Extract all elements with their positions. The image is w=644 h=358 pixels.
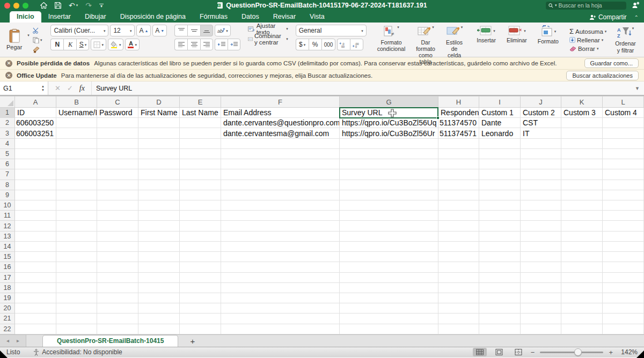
cell-L6[interactable] — [603, 159, 644, 169]
cell-C7[interactable] — [97, 169, 138, 180]
cell-G18[interactable] — [340, 283, 438, 293]
paste-button[interactable]: Pegar — [3, 28, 25, 51]
cell-K19[interactable] — [561, 293, 603, 303]
cell-G19[interactable] — [340, 293, 438, 303]
cell-D19[interactable] — [138, 293, 180, 303]
cell-B12[interactable] — [56, 221, 97, 231]
cell-C22[interactable] — [97, 324, 138, 334]
cell-F13[interactable] — [221, 232, 340, 242]
cell-D4[interactable] — [138, 139, 180, 149]
share-button[interactable]: Compartir — [589, 13, 627, 21]
cell-J17[interactable] — [521, 273, 561, 283]
cell-B21[interactable] — [56, 314, 97, 324]
row-header-20[interactable]: 20 — [0, 303, 15, 314]
cell-G14[interactable] — [340, 242, 438, 252]
cell-G5[interactable] — [340, 149, 438, 159]
copy-button[interactable]: ▾ — [32, 36, 43, 44]
cell-J7[interactable] — [521, 169, 561, 180]
align-top-button[interactable] — [174, 25, 187, 36]
cell-K2[interactable] — [561, 118, 603, 128]
cell-I10[interactable] — [479, 200, 521, 211]
cell-F22[interactable] — [221, 324, 340, 334]
cell-I17[interactable] — [479, 273, 521, 283]
cell-C20[interactable] — [97, 303, 138, 314]
sort-filter-caret-icon[interactable]: ▾ — [632, 26, 634, 30]
cell-E9[interactable] — [180, 190, 221, 200]
cell-I12[interactable] — [479, 221, 521, 231]
cell-F5[interactable] — [221, 149, 340, 159]
cell-L7[interactable] — [603, 169, 644, 180]
tab-formulas[interactable]: Fórmulas — [193, 11, 235, 23]
confirm-entry-icon[interactable]: ✓ — [67, 84, 73, 92]
cell-B19[interactable] — [56, 293, 97, 303]
cell-A16[interactable] — [15, 262, 56, 272]
minimize-window-button[interactable] — [13, 3, 19, 9]
cell-A5[interactable] — [15, 149, 56, 159]
fill-button[interactable]: Rellenar▾ — [569, 36, 606, 44]
cell-E1[interactable]: Last Name — [180, 108, 221, 118]
cell-C1[interactable]: Password — [97, 108, 138, 118]
cell-J21[interactable] — [521, 314, 561, 324]
row-header-7[interactable]: 7 — [0, 169, 15, 180]
cell-E14[interactable] — [180, 242, 221, 252]
cell-L10[interactable] — [603, 200, 644, 211]
cell-G3[interactable]: https://qpro.io/Cu3BoZl56Ur — [340, 128, 438, 138]
zoom-out-button[interactable]: − — [531, 348, 535, 356]
decrease-decimal-button[interactable]: .000 — [350, 39, 363, 50]
cell-H13[interactable] — [438, 232, 479, 242]
cell-I20[interactable] — [479, 303, 521, 314]
cell-F1[interactable]: Email Address — [221, 108, 340, 118]
cell-D11[interactable] — [138, 211, 180, 221]
cell-F19[interactable] — [221, 293, 340, 303]
font-size-select[interactable]: 12▾ — [110, 25, 135, 36]
row-header-4[interactable]: 4 — [0, 139, 15, 149]
cell-E11[interactable] — [180, 211, 221, 221]
warning-close-icon[interactable]: ✕ — [5, 60, 12, 67]
bold-button[interactable]: N — [50, 39, 63, 50]
cell-B3[interactable] — [56, 128, 97, 138]
cell-I9[interactable] — [479, 190, 521, 200]
delete-cells-caret-icon[interactable]: ▾ — [524, 29, 526, 33]
cell-I13[interactable] — [479, 232, 521, 242]
cell-J3[interactable]: IT — [521, 128, 561, 138]
cell-I16[interactable] — [479, 262, 521, 272]
formula-bar-expand-icon[interactable]: ▼ — [631, 81, 644, 95]
column-header-H[interactable]: H — [438, 96, 479, 108]
cell-J5[interactable] — [521, 149, 561, 159]
cell-L4[interactable] — [603, 139, 644, 149]
cell-J4[interactable] — [521, 139, 561, 149]
cell-B1[interactable]: Username/P — [56, 108, 97, 118]
align-middle-button[interactable] — [187, 25, 200, 36]
wrap-text-caret-icon[interactable]: ▾ — [286, 27, 288, 31]
cell-L11[interactable] — [603, 211, 644, 221]
cell-E21[interactable] — [180, 314, 221, 324]
decrease-font-button[interactable]: A▼ — [152, 25, 167, 36]
column-header-B[interactable]: B — [56, 96, 97, 108]
cell-A2[interactable]: 606003250 — [15, 118, 56, 128]
page-layout-view-button[interactable] — [492, 348, 506, 356]
cell-A7[interactable] — [15, 169, 56, 180]
cell-L9[interactable] — [603, 190, 644, 200]
increase-indent-button[interactable] — [228, 39, 240, 50]
copy-caret-icon[interactable]: ▾ — [40, 38, 42, 42]
row-header-15[interactable]: 15 — [0, 252, 15, 262]
tab-inicio[interactable]: Inicio — [10, 11, 41, 23]
cell-K20[interactable] — [561, 303, 603, 314]
cell-B8[interactable] — [56, 180, 97, 190]
cell-C8[interactable] — [97, 180, 138, 190]
cell-E4[interactable] — [180, 139, 221, 149]
cell-A11[interactable] — [15, 211, 56, 221]
cell-I19[interactable] — [479, 293, 521, 303]
cell-D7[interactable] — [138, 169, 180, 180]
format-as-table-caret-icon[interactable]: ▾ — [432, 25, 434, 29]
column-header-E[interactable]: E — [180, 96, 221, 108]
cell-H20[interactable] — [438, 303, 479, 314]
cell-E18[interactable] — [180, 283, 221, 293]
row-header-14[interactable]: 14 — [0, 242, 15, 252]
cell-G15[interactable] — [340, 252, 438, 262]
cell-B13[interactable] — [56, 232, 97, 242]
cell-E17[interactable] — [180, 273, 221, 283]
cell-D21[interactable] — [138, 314, 180, 324]
cell-A1[interactable]: ID — [15, 108, 56, 118]
cell-H21[interactable] — [438, 314, 479, 324]
